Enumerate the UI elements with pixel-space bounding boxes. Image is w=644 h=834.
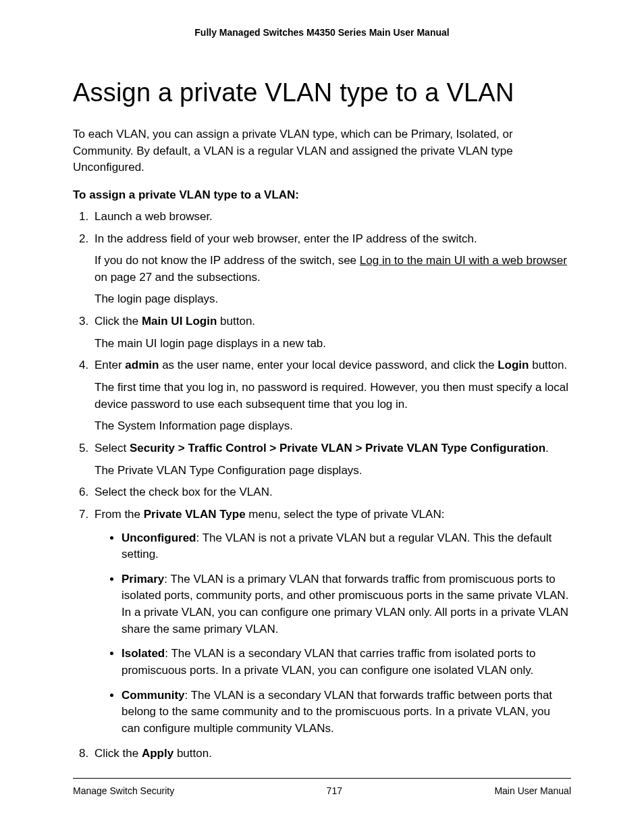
cross-reference-link[interactable]: Log in to the main UI with a web browser (360, 254, 567, 267)
option-text: : The VLAN is a secondary VLAN that carr… (122, 647, 536, 677)
step-paragraph: If you do not know the IP address of the… (95, 253, 571, 286)
step-text: Select the check box for the VLAN. (95, 486, 273, 498)
text: on page 27 and the subsections. (95, 271, 261, 284)
option-text: : The VLAN is a primary VLAN that forwar… (122, 573, 568, 635)
step-paragraph: The first time that you log in, no passw… (95, 380, 571, 413)
text: Click the (95, 315, 142, 328)
ui-label: Apply (142, 747, 173, 760)
text: menu, select the type of private VLAN: (246, 508, 445, 521)
text: as the user name, enter your local devic… (159, 359, 498, 371)
footer-page-number: 717 (327, 785, 342, 796)
running-header: Fully Managed Switches M4350 Series Main… (73, 27, 571, 38)
ui-label: Login (498, 359, 529, 371)
text: . (545, 442, 549, 454)
option-isolated: Isolated: The VLAN is a secondary VLAN t… (122, 646, 571, 679)
option-list: Unconfigured: The VLAN is not a private … (95, 530, 571, 737)
text: button. (529, 359, 567, 371)
procedure-list: Launch a web browser. In the address fie… (73, 209, 571, 762)
option-unconfigured: Unconfigured: The VLAN is not a private … (122, 530, 571, 563)
option-text: : The VLAN is a secondary VLAN that forw… (122, 689, 552, 735)
page-title: Assign a private VLAN type to a VLAN (73, 78, 571, 107)
procedure-heading: To assign a private VLAN type to a VLAN: (73, 188, 571, 202)
option-label: Community (122, 689, 185, 702)
page-footer: Manage Switch Security 717 Main User Man… (73, 785, 571, 796)
step-5: Select Security > Traffic Control > Priv… (92, 440, 571, 479)
step-7: From the Private VLAN Type menu, select … (92, 506, 571, 737)
step-4: Enter admin as the user name, enter your… (92, 357, 571, 435)
step-paragraph: The main UI login page displays in a new… (95, 336, 571, 353)
ui-label: Private VLAN Type (144, 508, 246, 521)
footer-manual: Main User Manual (494, 785, 571, 796)
step-1: Launch a web browser. (92, 209, 571, 226)
text: From the (95, 508, 144, 521)
footer-section: Manage Switch Security (73, 785, 174, 796)
intro-paragraph: To each VLAN, you can assign a private V… (73, 126, 571, 176)
text: button. (173, 747, 212, 760)
step-6: Select the check box for the VLAN. (92, 484, 571, 501)
step-3: Click the Main UI Login button. The main… (92, 313, 571, 352)
ui-label: admin (125, 359, 159, 371)
option-label: Primary (122, 573, 164, 585)
text: If you do not know the IP address of the… (95, 254, 360, 267)
text: Select (95, 442, 130, 454)
option-primary: Primary: The VLAN is a primary VLAN that… (122, 571, 571, 638)
footer-rule (73, 778, 571, 779)
option-label: Isolated (122, 647, 165, 660)
option-community: Community: The VLAN is a secondary VLAN … (122, 687, 571, 737)
step-paragraph: The System Information page displays. (95, 418, 571, 435)
ui-label: Main UI Login (142, 315, 217, 328)
step-paragraph: The login page displays. (95, 291, 571, 308)
step-text: In the address field of your web browser… (95, 232, 477, 245)
text: button. (217, 315, 255, 328)
text: Click the (95, 747, 142, 760)
step-8: Click the Apply button. (92, 746, 571, 762)
page-content: Fully Managed Switches M4350 Series Main… (0, 0, 644, 823)
ui-navigation-path: Security > Traffic Control > Private VLA… (130, 442, 545, 454)
step-2: In the address field of your web browser… (92, 231, 571, 309)
step-paragraph: The Private VLAN Type Configuration page… (95, 463, 571, 479)
step-text: Launch a web browser. (95, 210, 213, 223)
text: Enter (95, 359, 125, 371)
option-label: Unconfigured (122, 531, 196, 544)
